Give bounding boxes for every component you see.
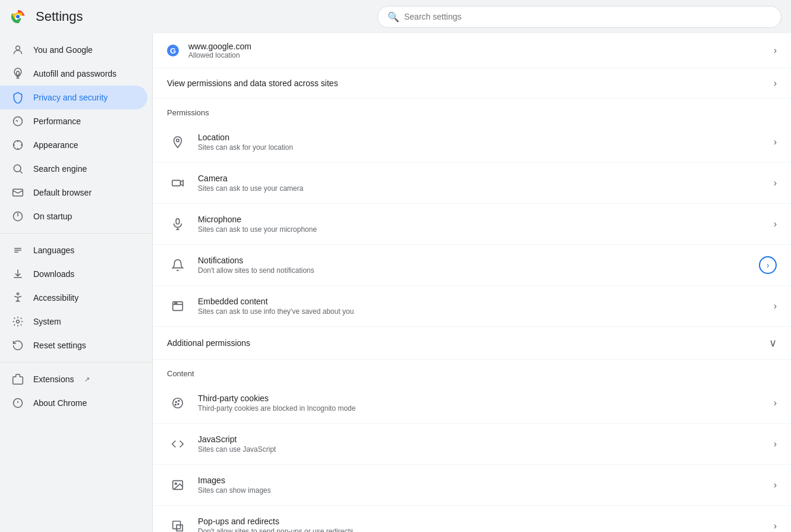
content-row-javascript[interactable]: JavaScript Sites can use JavaScript › — [153, 424, 791, 465]
embedded-icon — [167, 295, 188, 317]
svg-point-28 — [176, 303, 177, 303]
sidebar-item-autofill[interactable]: Autofill and passwords — [0, 62, 147, 86]
additional-permissions-expand-icon: ∨ — [769, 336, 777, 350]
sidebar-item-privacy[interactable]: Privacy and security — [0, 86, 147, 109]
sidebar-item-performance[interactable]: Performance — [0, 109, 147, 133]
popups-arrow: › — [774, 521, 777, 531]
svg-point-2 — [16, 15, 20, 18]
permission-row-location[interactable]: Location Sites can ask for your location… — [153, 122, 791, 163]
search-bar[interactable]: 🔍 — [377, 6, 781, 28]
content-row-cookies[interactable]: Third-party cookies Third-party cookies … — [153, 383, 791, 424]
sidebar-item-about-chrome[interactable]: About Chrome — [0, 391, 147, 415]
permission-row-microphone[interactable]: Microphone Sites can ask to use your mic… — [153, 204, 791, 245]
default-browser-icon — [12, 187, 24, 199]
location-subtitle: Sites can ask for your location — [198, 143, 774, 152]
content-area: G www.google.com Allowed location › View… — [152, 33, 791, 532]
images-arrow: › — [774, 480, 777, 490]
notifications-arrow-circle[interactable]: › — [759, 256, 777, 274]
content-row-images[interactable]: Images Sites can show images › — [153, 465, 791, 506]
main-layout: You and Google Autofill and passwords Pr… — [0, 33, 791, 532]
sidebar-item-on-startup[interactable]: On startup — [0, 204, 147, 228]
microphone-icon — [167, 213, 188, 235]
chrome-logo — [10, 8, 26, 25]
sidebar-item-extensions[interactable]: Extensions ↗ — [0, 367, 147, 391]
search-input[interactable] — [404, 12, 771, 21]
on-startup-icon — [12, 210, 24, 222]
appearance-icon — [12, 139, 24, 151]
sidebar-divider — [0, 362, 152, 363]
sidebar-label-search-engine: Search engine — [33, 164, 87, 174]
camera-icon — [167, 172, 188, 194]
sidebar-item-downloads[interactable]: Downloads — [0, 262, 147, 286]
svg-point-29 — [173, 398, 183, 408]
svg-point-32 — [178, 404, 179, 405]
sidebar-item-languages[interactable]: Languages — [0, 238, 147, 262]
sidebar-label-system: System — [33, 317, 61, 326]
javascript-icon — [167, 433, 188, 455]
additional-permissions-row[interactable]: Additional permissions ∨ — [153, 327, 791, 360]
content-row-popups[interactable]: Pop-ups and redirects Don't allow sites … — [153, 506, 791, 532]
popups-icon — [167, 515, 188, 532]
sidebar-label-accessibility: Accessibility — [33, 293, 78, 303]
location-title: Location — [198, 133, 774, 142]
top-bar: Settings 🔍 — [0, 0, 791, 33]
images-icon — [167, 474, 188, 496]
external-link-icon: ↗ — [84, 376, 90, 383]
about-chrome-icon — [12, 397, 24, 409]
svg-rect-22 — [176, 219, 179, 224]
accessibility-icon — [12, 292, 24, 304]
sidebar-item-you-google[interactable]: You and Google — [0, 38, 147, 62]
images-subtitle: Sites can show images — [198, 486, 774, 495]
permission-row-embedded[interactable]: Embedded content Sites can ask to use in… — [153, 286, 791, 327]
permission-row-camera[interactable]: Camera Sites can ask to use your camera … — [153, 163, 791, 204]
sidebar-item-system[interactable]: System — [0, 310, 147, 333]
google-g-icon: G — [167, 45, 179, 56]
svg-line-8 — [20, 171, 23, 174]
languages-icon — [12, 244, 24, 256]
permissions-section-header: Permissions — [153, 99, 791, 122]
sidebar-label-languages: Languages — [33, 245, 74, 255]
autofill-icon — [12, 68, 24, 80]
sidebar: You and Google Autofill and passwords Pr… — [0, 33, 152, 532]
camera-subtitle: Sites can ask to use your camera — [198, 184, 774, 193]
notifications-title: Notifications — [198, 256, 759, 265]
svg-point-19 — [177, 139, 179, 142]
svg-rect-20 — [172, 180, 181, 185]
sidebar-item-search-engine[interactable]: Search engine — [0, 157, 147, 181]
location-icon — [167, 131, 188, 153]
embedded-arrow: › — [774, 301, 777, 311]
sidebar-label-reset-settings: Reset settings — [33, 341, 86, 350]
sidebar-item-default-browser[interactable]: Default browser — [0, 181, 147, 204]
sidebar-item-accessibility[interactable]: Accessibility — [0, 286, 147, 310]
sidebar-item-reset-settings[interactable]: Reset settings — [0, 333, 147, 357]
sidebar-label-default-browser: Default browser — [33, 188, 92, 197]
you-google-icon — [12, 44, 24, 56]
svg-text:G: G — [170, 46, 176, 55]
additional-permissions-label: Additional permissions — [167, 338, 769, 348]
sidebar-label-you-google: You and Google — [33, 45, 93, 55]
javascript-subtitle: Sites can use JavaScript — [198, 445, 774, 454]
images-title: Images — [198, 476, 774, 485]
javascript-arrow: › — [774, 439, 777, 449]
permission-row-notifications[interactable]: Notifications Don't allow sites to send … — [153, 245, 791, 286]
privacy-icon — [12, 92, 24, 103]
top-site-arrow: › — [774, 45, 777, 56]
sidebar-label-privacy: Privacy and security — [33, 93, 108, 102]
notifications-subtitle: Don't allow sites to send notifications — [198, 266, 759, 275]
view-permissions-row[interactable]: View permissions and data stored across … — [153, 68, 791, 99]
svg-point-27 — [175, 303, 175, 303]
popups-title: Pop-ups and redirects — [198, 517, 774, 526]
svg-point-33 — [175, 404, 176, 405]
sidebar-label-extensions: Extensions — [33, 374, 74, 384]
view-permissions-label: View permissions and data stored across … — [167, 78, 774, 88]
sidebar-item-appearance[interactable]: Appearance — [0, 133, 147, 157]
top-site-status: Allowed location — [188, 51, 774, 59]
top-site-row[interactable]: G www.google.com Allowed location › — [153, 33, 791, 68]
content-section-header: Content — [153, 360, 791, 383]
reset-settings-icon — [12, 339, 24, 351]
page-title: Settings — [36, 9, 83, 24]
search-icon: 🔍 — [387, 11, 399, 23]
camera-arrow: › — [774, 178, 777, 188]
sidebar-label-performance: Performance — [33, 117, 81, 126]
notifications-icon — [167, 254, 188, 276]
